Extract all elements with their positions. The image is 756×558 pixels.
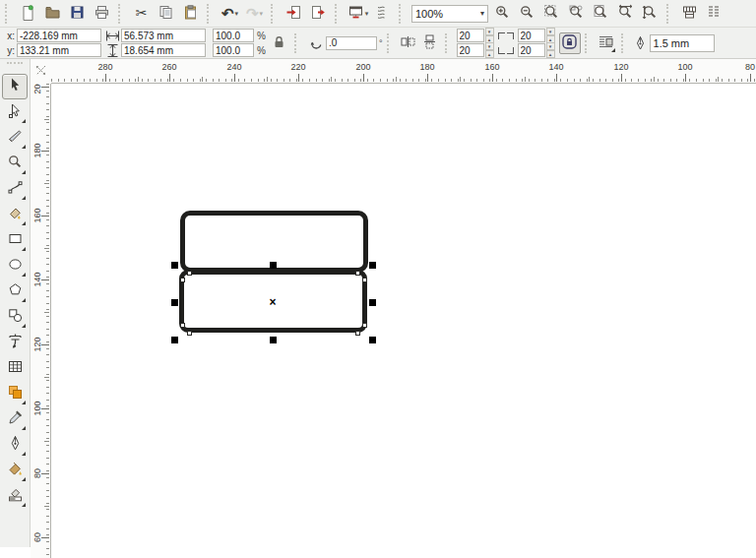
zoom-level-dropdown-arrow[interactable]: ▾ [480, 9, 484, 18]
selection-handle[interactable] [369, 337, 376, 343]
rotation-angle-field[interactable] [326, 36, 377, 50]
redo-dropdown-arrow[interactable]: ▾ [260, 10, 264, 18]
corner-node[interactable] [187, 271, 192, 276]
mirror-horizontal-button[interactable] [398, 32, 419, 54]
interactive-fill-tool[interactable] [2, 483, 28, 509]
copy-button[interactable] [154, 2, 178, 26]
flyout-indicator[interactable] [22, 503, 26, 507]
blend-tool[interactable] [2, 381, 28, 406]
mirror-vertical-button[interactable] [419, 32, 441, 54]
pick-tool[interactable] [2, 74, 28, 99]
application-launcher-button[interactable]: ▾ [346, 2, 370, 26]
corner-node[interactable] [180, 323, 185, 328]
outline-pen-tool[interactable] [2, 432, 28, 458]
selection-handle[interactable] [171, 337, 178, 343]
color-eyedropper-tool[interactable] [2, 406, 28, 432]
shape-tool[interactable] [2, 99, 28, 125]
wrap-text-button[interactable] [596, 32, 617, 54]
zoom-to-all-objects-button[interactable] [564, 2, 589, 26]
corner-tr-spinner[interactable]: ▾▴ [546, 28, 555, 43]
flyout-indicator[interactable] [22, 119, 26, 123]
selection-handle[interactable] [270, 337, 277, 343]
selection-handle[interactable] [369, 299, 376, 306]
corner-tl-spinner[interactable]: ▾▴ [485, 28, 494, 43]
drawing-canvas[interactable]: × [51, 84, 756, 558]
text-tool[interactable] [2, 330, 28, 355]
paste-button[interactable] [178, 2, 203, 26]
print-document-button[interactable] [90, 2, 114, 26]
selection-handle[interactable] [270, 262, 277, 269]
open-document-button[interactable] [40, 2, 65, 26]
new-document-button[interactable] [16, 2, 40, 26]
flyout-indicator[interactable] [22, 247, 26, 251]
flyout-indicator[interactable] [22, 477, 26, 481]
flyout-indicator[interactable] [22, 298, 26, 302]
flyout-indicator[interactable] [22, 401, 26, 404]
outline-width-combo[interactable]: 1.5 mm [650, 34, 715, 52]
undo-dropdown-arrow[interactable]: ▾ [235, 10, 239, 18]
zoom-to-selection-button[interactable] [539, 2, 564, 26]
toolbox-grip[interactable] [7, 62, 23, 69]
scale-horizontal-field[interactable] [213, 29, 254, 42]
zoom-to-page-width-button[interactable] [613, 2, 638, 26]
corner-node[interactable] [362, 323, 367, 328]
flyout-indicator[interactable] [22, 196, 26, 200]
cut-button[interactable]: ✂ [129, 2, 154, 26]
object-height-field[interactable] [121, 43, 206, 57]
flyout-indicator[interactable] [22, 273, 26, 277]
corner-radius-top-left-field[interactable] [457, 29, 484, 42]
flyout-indicator[interactable] [22, 324, 26, 328]
crop-tool[interactable] [2, 125, 28, 151]
zoom-out-button[interactable] [515, 2, 539, 26]
zoom-in-button[interactable] [490, 2, 515, 26]
horizontal-ruler[interactable]: 28026024022020018016014012010080 [51, 59, 756, 84]
smart-fill-tool[interactable] [2, 202, 28, 227]
selection-center-marker[interactable]: × [269, 296, 276, 308]
zoom-tool[interactable] [2, 151, 28, 176]
corner-node[interactable] [362, 278, 367, 282]
corner-radius-top-right-field[interactable] [518, 29, 545, 42]
application-launcher-dropdown-arrow[interactable]: ▾ [365, 10, 369, 18]
undo-button[interactable]: ↶▾ [218, 2, 242, 26]
y-position-field[interactable] [17, 43, 101, 57]
scale-vertical-field[interactable] [213, 43, 254, 57]
zoom-to-page-button[interactable] [589, 2, 613, 26]
table-tool[interactable] [2, 355, 28, 381]
corner-node[interactable] [355, 331, 360, 336]
flyout-indicator[interactable] [22, 145, 26, 149]
redo-button[interactable]: ↷▾ [242, 2, 267, 26]
corner-radius-bottom-right-field[interactable] [518, 43, 545, 57]
edit-corners-together-button[interactable] [559, 32, 581, 54]
options-clipped-button[interactable] [702, 2, 726, 26]
import-button[interactable] [282, 2, 306, 26]
show-dockers-window-button[interactable] [677, 2, 702, 26]
polygon-tool[interactable] [2, 279, 28, 304]
flyout-indicator[interactable] [22, 221, 26, 225]
zoom-to-page-height-button[interactable] [638, 2, 662, 26]
rectangle-tool[interactable] [2, 227, 28, 253]
export-button[interactable] [306, 2, 331, 26]
corner-radius-bottom-left-field[interactable] [457, 43, 484, 57]
ruler-origin[interactable] [31, 59, 51, 84]
flyout-indicator[interactable] [22, 452, 26, 456]
corner-br-spinner[interactable]: ▾▴ [546, 42, 555, 58]
selection-handle[interactable] [369, 262, 376, 269]
flyout-indicator[interactable] [22, 170, 26, 174]
snap-options-button[interactable] [370, 2, 395, 26]
object-width-field[interactable] [121, 29, 206, 42]
corner-node[interactable] [355, 271, 360, 276]
freehand-tool[interactable] [2, 176, 28, 202]
selection-handle[interactable] [171, 299, 178, 306]
corner-node[interactable] [180, 278, 185, 282]
flyout-indicator[interactable] [22, 426, 26, 430]
basic-shapes-tool[interactable] [2, 304, 28, 330]
save-document-button[interactable] [65, 2, 90, 26]
corner-bl-spinner[interactable]: ▾▴ [485, 42, 494, 58]
corner-node[interactable] [187, 331, 192, 336]
selection-handle[interactable] [171, 262, 178, 269]
vertical-ruler[interactable]: 2001801601401201008060 [31, 84, 51, 558]
zoom-level-combo[interactable]: 100%▾ [411, 5, 488, 23]
x-position-field[interactable] [17, 29, 101, 42]
ellipse-tool[interactable] [2, 253, 28, 279]
lock-ratio-button[interactable] [269, 32, 290, 54]
